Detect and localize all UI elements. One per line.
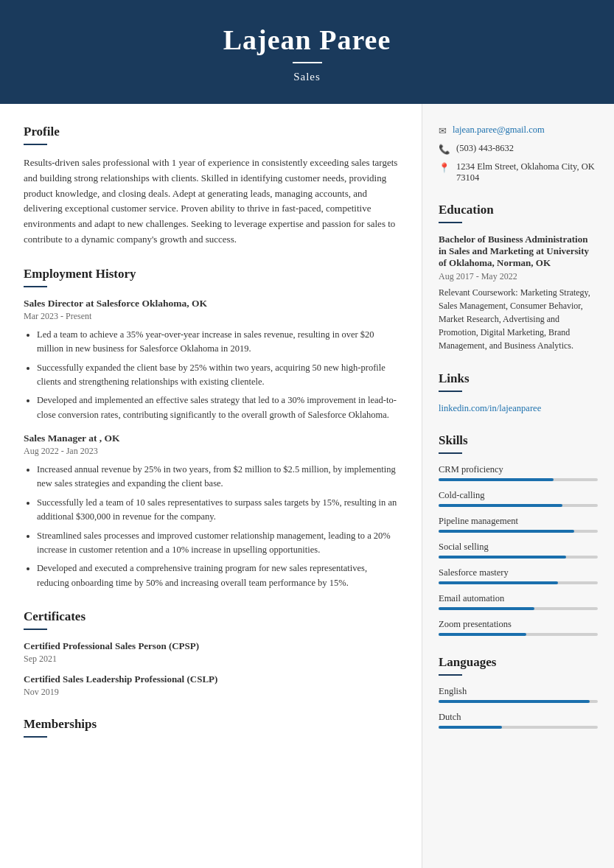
skill-bar-fill xyxy=(439,530,574,533)
education-title: Education xyxy=(439,203,598,217)
contact-address-item: 📍 1234 Elm Street, Oklahoma City, OK 731… xyxy=(439,161,598,183)
skill-bar-fill xyxy=(439,504,562,507)
list-item: Increased annual revenue by 25% in two y… xyxy=(37,463,401,491)
skill-bar-background xyxy=(439,530,598,533)
email-icon: ✉ xyxy=(439,125,447,137)
job-bullets-2: Increased annual revenue by 25% in two y… xyxy=(37,463,401,590)
job-dates-1: Mar 2023 - Present xyxy=(24,311,401,322)
location-icon: 📍 xyxy=(439,162,450,174)
certificates-divider xyxy=(24,629,47,630)
certificate-item: Certified Sales Leadership Professional … xyxy=(24,673,401,698)
language-bar-background xyxy=(439,726,598,729)
contact-email-item: ✉ lajean.paree@gmail.com xyxy=(439,125,598,137)
resume-page: Lajean Paree Sales Profile Results-drive… xyxy=(0,0,614,868)
edu-dates: Aug 2017 - May 2022 xyxy=(439,271,598,282)
skill-name: Cold-calling xyxy=(439,490,598,501)
skill-name: Zoom presentations xyxy=(439,619,598,630)
candidate-name: Lajean Paree xyxy=(15,24,599,56)
resume-header: Lajean Paree Sales xyxy=(0,0,614,104)
memberships-divider xyxy=(24,736,47,738)
job-title-1: Sales Director at Salesforce Oklahoma, O… xyxy=(24,298,401,309)
employment-title: Employment History xyxy=(24,267,401,281)
skill-bar-background xyxy=(439,478,598,481)
skill-bar-background xyxy=(439,581,598,584)
email-link[interactable]: lajean.paree@gmail.com xyxy=(453,125,545,136)
contact-address: 1234 Elm Street, Oklahoma City, OK 73104 xyxy=(456,161,598,183)
certificate-item: Certified Professional Sales Person (CPS… xyxy=(24,640,401,665)
profile-text: Results-driven sales professional with 1… xyxy=(24,155,401,248)
memberships-title: Memberships xyxy=(24,717,401,732)
contact-phone: (503) 443-8632 xyxy=(456,143,514,154)
left-column: Profile Results-driven sales professiona… xyxy=(0,104,422,868)
skill-item: Email automation xyxy=(439,593,598,610)
skill-bar-fill xyxy=(439,556,566,559)
language-item: English xyxy=(439,686,598,703)
skill-item: Salesforce mastery xyxy=(439,567,598,584)
candidate-title: Sales xyxy=(15,71,599,83)
memberships-section: Memberships xyxy=(24,717,401,738)
language-bar-background xyxy=(439,700,598,703)
skills-section: Skills CRM proficiency Cold-calling Pipe… xyxy=(439,433,598,636)
skill-item: Pipeline management xyxy=(439,516,598,533)
skill-bar-fill xyxy=(439,581,558,584)
language-bar-fill xyxy=(439,700,590,703)
skill-bar-background xyxy=(439,633,598,636)
list-item: Streamlined sales processes and improved… xyxy=(37,529,401,558)
job-title-2: Sales Manager at , OK xyxy=(24,433,401,444)
cert-date-1: Sep 2021 xyxy=(24,654,401,665)
skill-bar-background xyxy=(439,504,598,507)
skill-name: Social selling xyxy=(439,542,598,553)
certificates-section: Certificates Certified Professional Sale… xyxy=(24,609,401,698)
skills-divider xyxy=(439,452,462,454)
cert-date-2: Nov 2019 xyxy=(24,687,401,698)
education-divider xyxy=(439,222,462,223)
skill-bar-background xyxy=(439,607,598,610)
list-item: Successfully expanded the client base by… xyxy=(37,361,401,390)
language-name: Dutch xyxy=(439,712,598,723)
profile-divider xyxy=(24,144,47,145)
list-item: Developed and implemented an effective s… xyxy=(37,393,401,422)
job-item: Sales Director at Salesforce Oklahoma, O… xyxy=(24,298,401,422)
skill-item: Social selling xyxy=(439,542,598,559)
employment-section: Employment History Sales Director at Sal… xyxy=(24,267,401,590)
skill-item: Cold-calling xyxy=(439,490,598,507)
links-title: Links xyxy=(439,371,598,386)
links-section: Links linkedin.com/in/lajeanparee xyxy=(439,371,598,414)
linkedin-link[interactable]: linkedin.com/in/lajeanparee xyxy=(439,403,541,413)
skill-bar-background xyxy=(439,556,598,559)
header-divider xyxy=(293,62,322,63)
cert-title-1: Certified Professional Sales Person (CPS… xyxy=(24,640,401,652)
contact-section: ✉ lajean.paree@gmail.com 📞 (503) 443-863… xyxy=(439,125,598,183)
list-item: Developed and executed a comprehensive t… xyxy=(37,561,401,590)
skill-item: CRM proficiency xyxy=(439,464,598,481)
languages-container: English Dutch xyxy=(439,686,598,729)
job-item: Sales Manager at , OK Aug 2022 - Jan 202… xyxy=(24,433,401,590)
right-column: ✉ lajean.paree@gmail.com 📞 (503) 443-863… xyxy=(422,104,614,868)
skill-bar-fill xyxy=(439,607,534,610)
skill-bar-fill xyxy=(439,633,526,636)
skills-title: Skills xyxy=(439,433,598,448)
skill-name: Pipeline management xyxy=(439,516,598,527)
phone-icon: 📞 xyxy=(439,144,450,155)
edu-coursework: Relevant Coursework: Marketing Strategy,… xyxy=(439,286,598,352)
edu-degree: Bachelor of Business Administration in S… xyxy=(439,234,598,269)
languages-section: Languages English Dutch xyxy=(439,655,598,729)
profile-title: Profile xyxy=(24,125,401,139)
skill-item: Zoom presentations xyxy=(439,619,598,636)
certificates-title: Certificates xyxy=(24,609,401,624)
languages-divider xyxy=(439,674,462,676)
skill-name: Salesforce mastery xyxy=(439,567,598,578)
skill-name: CRM proficiency xyxy=(439,464,598,475)
language-name: English xyxy=(439,686,598,697)
skills-container: CRM proficiency Cold-calling Pipeline ma… xyxy=(439,464,598,636)
job-dates-2: Aug 2022 - Jan 2023 xyxy=(24,446,401,457)
contact-phone-item: 📞 (503) 443-8632 xyxy=(439,143,598,155)
language-bar-fill xyxy=(439,726,502,729)
body-layout: Profile Results-driven sales professiona… xyxy=(0,104,614,868)
links-divider xyxy=(439,391,462,392)
profile-section: Profile Results-driven sales professiona… xyxy=(24,125,401,248)
employment-divider xyxy=(24,286,47,287)
skill-name: Email automation xyxy=(439,593,598,604)
skill-bar-fill xyxy=(439,478,554,481)
list-item: Successfully led a team of 10 sales repr… xyxy=(37,496,401,525)
